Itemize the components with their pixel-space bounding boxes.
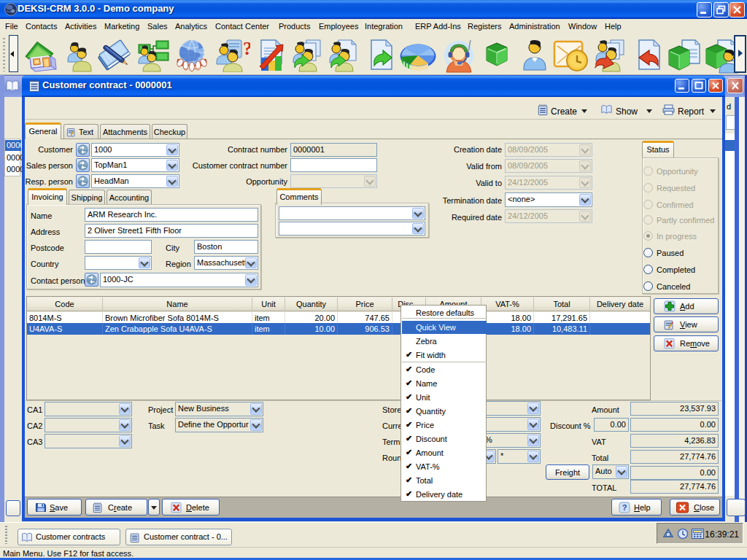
svg-text:?: ? bbox=[243, 39, 250, 59]
svg-text:?: ? bbox=[622, 503, 627, 512]
